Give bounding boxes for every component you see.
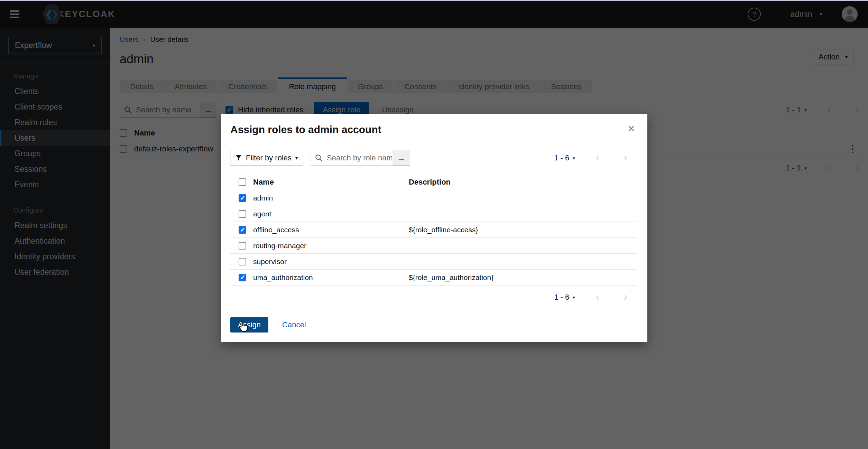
role-name: agent [253, 210, 409, 218]
role-checkbox[interactable] [239, 242, 246, 250]
modal-header: Assign roles to admin account ✕ [230, 124, 637, 135]
search-by-role-name: → [311, 150, 410, 166]
modal-pagination-top: 1 - 6 ▾ ‹ › [554, 152, 637, 164]
modal-title: Assign roles to admin account [230, 124, 381, 135]
role-row: offline_access ${role_offline-access} [230, 222, 637, 238]
assign-button[interactable]: Assign [230, 317, 268, 333]
cancel-button[interactable]: Cancel [282, 320, 306, 329]
modal-footer: Assign Cancel [230, 317, 637, 333]
role-name: offline_access [253, 226, 409, 234]
chevron-down-icon[interactable]: ▾ [573, 295, 575, 300]
role-row: routing-manager [230, 238, 637, 254]
role-search-input[interactable] [326, 153, 393, 163]
select-all-checkbox[interactable] [239, 178, 246, 186]
chevron-right-icon[interactable]: › [624, 291, 627, 303]
role-checkbox[interactable] [239, 210, 246, 218]
table-header-row: Name Description [230, 174, 637, 190]
role-row: admin [230, 190, 637, 206]
pagination-range: 1 - 6 [554, 293, 569, 302]
description-column-header: Description [409, 178, 451, 187]
filter-by-roles-dropdown[interactable]: Filter by roles ▾ [230, 150, 303, 166]
role-row: uma_authorization ${role_uma_authorizati… [230, 270, 637, 286]
role-description: ${role_offline-access} [409, 226, 478, 234]
roles-table-body: admin agent offline_access ${role_offlin… [230, 190, 637, 286]
role-checkbox[interactable] [239, 274, 246, 281]
modal-pagination-bottom-row: 1 - 6 ▾ ‹ › [230, 291, 637, 303]
chevron-down-icon[interactable]: ▾ [573, 156, 575, 161]
role-name: routing-manager [253, 242, 409, 250]
roles-table: Name Description admin agent [230, 174, 637, 286]
filter-label: Filter by roles [246, 153, 292, 162]
search-submit-button[interactable]: → [393, 150, 410, 166]
search-field[interactable] [311, 150, 393, 166]
role-name: admin [253, 194, 409, 202]
name-column-header: Name [253, 178, 409, 187]
chevron-left-icon[interactable]: ‹ [596, 152, 600, 164]
search-icon [315, 154, 323, 162]
pagination-range: 1 - 6 [554, 153, 569, 162]
assign-roles-modal: Assign roles to admin account ✕ Filter b… [221, 114, 647, 342]
window-top-edge [0, 0, 868, 1]
filter-icon [236, 155, 242, 161]
role-checkbox[interactable] [239, 258, 246, 265]
role-checkbox[interactable] [239, 194, 246, 202]
keycloak-admin-console: ❮ ❯ KEYCLOAK ? admin ▾ Expertflow ▾ [0, 0, 868, 449]
role-name: supervisor [253, 258, 409, 266]
chevron-right-icon[interactable]: › [624, 152, 627, 164]
role-name: uma_authorization [253, 273, 409, 282]
chevron-left-icon[interactable]: ‹ [596, 291, 600, 303]
role-checkbox[interactable] [239, 226, 246, 234]
chevron-down-icon: ▾ [295, 155, 298, 161]
modal-pagination-bottom: 1 - 6 ▾ ‹ › [554, 291, 627, 303]
close-icon[interactable]: ✕ [626, 124, 637, 134]
role-row: agent [230, 206, 637, 222]
role-description: ${role_uma_authorization} [409, 273, 493, 282]
modal-toolbar: Filter by roles ▾ → 1 - 6 ▾ ‹ [230, 150, 637, 166]
arrow-right-icon: → [397, 153, 406, 163]
role-row: supervisor [230, 254, 637, 270]
